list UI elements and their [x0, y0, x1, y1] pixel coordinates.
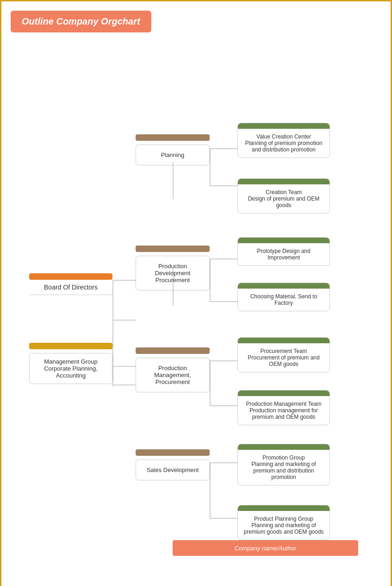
- title-box: Outline Company Orgchart: [11, 11, 151, 32]
- procurement-team-box: Procurement TeamProcurement of premium a…: [237, 337, 330, 372]
- planning-bar: [136, 134, 210, 141]
- creation-team-box: Creation TeamDesign of premium and OEMgo…: [237, 178, 330, 214]
- conn-salesdev-vert: [210, 462, 211, 518]
- choosing-material-bar: [238, 283, 330, 289]
- planning-node: Planning: [136, 134, 210, 165]
- value-creation-box: Value Creation CenterPlanning of premium…: [237, 123, 330, 158]
- conn-prodmgmt-proc: [210, 360, 237, 361]
- conn-proddev-proto: [210, 258, 237, 259]
- board-label: Board Of Directors: [29, 284, 112, 295]
- connector-board-prodmgmt: [112, 366, 136, 367]
- sales-dev-node: Sales Development: [136, 449, 210, 480]
- prototype-design-label: Prototype Design andImprovement: [238, 243, 330, 265]
- connector-board-planning: [112, 280, 136, 281]
- promotion-group-label: Promotion GroupPlanning and marketing of…: [238, 450, 330, 485]
- production-mgmt-team-bar: [238, 391, 330, 396]
- connector-board-v: [112, 280, 113, 386]
- creation-team-bar: [238, 179, 330, 184]
- prototype-design-bar: [238, 238, 330, 243]
- conn-prodmgmt-prodteam: [210, 405, 237, 406]
- production-mgmt-node: ProductionManagement,Procurement: [136, 347, 210, 392]
- procurement-team-label: Procurement TeamProcurement of premium a…: [238, 343, 330, 372]
- conn-planning-value: [210, 148, 237, 149]
- production-mgmt-team-label: Production Management TeamProduction man…: [238, 396, 330, 425]
- conn-proddev-vert: [210, 258, 211, 301]
- conn-planning-creation: [210, 185, 237, 186]
- planning-label: Planning: [136, 145, 210, 165]
- sales-dev-bar: [136, 449, 210, 456]
- footer-label: Company name/Author: [235, 545, 297, 552]
- conn-prodmgmt-vert: [210, 360, 211, 405]
- product-planning-label: Product Planning GroupPlanning and marke…: [238, 511, 330, 540]
- production-mgmt-label: ProductionManagement,Procurement: [136, 358, 210, 392]
- choosing-material-box: Choosing Material, Send toFactory: [237, 283, 330, 311]
- production-mgmt-team-box: Production Management TeamProduction man…: [237, 390, 330, 425]
- mgmt-bar: [29, 343, 112, 349]
- board-of-directors: Board Of Directors: [29, 273, 112, 295]
- procurement-team-bar: [238, 338, 330, 343]
- production-dev-label: ProductionDevelopmentProcurement: [136, 256, 210, 290]
- product-planning-box: Product Planning GroupPlanning and marke…: [237, 505, 330, 540]
- connector-planning-v: [173, 162, 174, 199]
- board-bar: [29, 273, 112, 280]
- promotion-group-box: Promotion GroupPlanning and marketing of…: [237, 444, 330, 485]
- creation-team-label: Creation TeamDesign of premium and OEMgo…: [238, 184, 330, 213]
- conn-salesdev-promo: [210, 462, 237, 463]
- conn-proddev-choosing: [210, 301, 237, 302]
- page-title: Outline Company Orgchart: [22, 16, 140, 26]
- conn-salesdev-product: [210, 518, 237, 519]
- orgchart-area: Board Of Directors Management GroupCorpo…: [11, 42, 381, 570]
- management-group: Management GroupCorporate Planning,Accou…: [29, 343, 112, 384]
- production-dev-bar: [136, 246, 210, 252]
- product-planning-bar: [238, 505, 330, 511]
- page: Outline Company Orgchart Board Of Direct…: [1, 1, 391, 586]
- connector-board-salesdev: [112, 384, 136, 385]
- promotion-group-bar: [238, 444, 330, 450]
- mgmt-label: Management GroupCorporate Planning,Accou…: [29, 353, 112, 384]
- production-mgmt-bar: [136, 347, 210, 354]
- value-creation-label: Value Creation CenterPlanning of premium…: [238, 129, 330, 158]
- footer-bar: Company name/Author: [173, 540, 358, 556]
- prototype-design-box: Prototype Design andImprovement: [237, 237, 330, 266]
- production-dev-node: ProductionDevelopmentProcurement: [136, 246, 210, 290]
- sales-dev-label: Sales Development: [136, 460, 210, 480]
- value-creation-bar: [238, 123, 330, 129]
- connector-board-proddev: [112, 320, 136, 321]
- conn-planning-vert: [210, 148, 211, 185]
- choosing-material-label: Choosing Material, Send toFactory: [238, 289, 330, 311]
